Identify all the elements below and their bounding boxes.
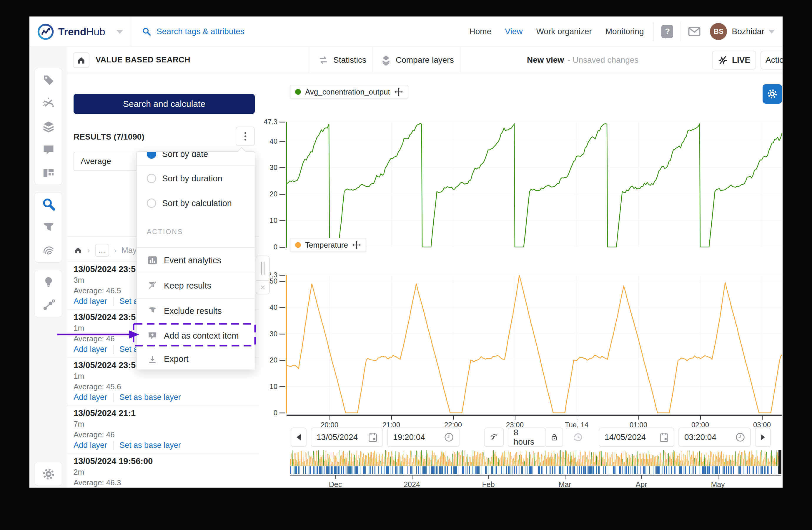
user-chevron-down-icon[interactable]: [768, 30, 775, 33]
link-divider: [113, 441, 114, 450]
value-axis: [286, 275, 287, 414]
result-list-item[interactable]: 13/05/2024 19:56:00 2m Average: 46.3 Add…: [67, 453, 259, 488]
avatar[interactable]: BS: [710, 23, 727, 40]
menu-item-label: Sort by date: [162, 152, 208, 159]
start-time-field[interactable]: 19:20:04: [387, 428, 460, 447]
lock-icon: [551, 433, 557, 442]
minimap-result-bars[interactable]: [290, 466, 781, 474]
menu-item-add-as-context-item[interactable]: Add as context item: [137, 323, 255, 348]
minimap-current-window[interactable]: [779, 450, 781, 474]
nav-work-organizer[interactable]: Work organizer: [536, 27, 592, 36]
breadcrumb-ellipsis-button[interactable]: ...: [95, 244, 109, 257]
panel-collapse-button[interactable]: ×: [256, 281, 270, 294]
node-link-icon: [42, 298, 55, 312]
move-handle-icon[interactable]: [394, 87, 403, 96]
trend-charts-area: Avg_conentration_output Temperature: [259, 73, 783, 488]
lock-duration-button[interactable]: [546, 428, 563, 447]
panel-resize-handle[interactable]: [256, 255, 270, 281]
reset-time-button[interactable]: [568, 428, 588, 447]
view-header: VALUE BASED SEARCH Statistics Compare la…: [67, 47, 783, 73]
radio-icon: [147, 198, 156, 208]
end-time-field[interactable]: 03:20:04: [679, 428, 751, 447]
chart-settings-button[interactable]: [763, 84, 782, 104]
minimap-month-tick: [565, 475, 565, 479]
menu-item-exclude-results[interactable]: Exclude results: [137, 298, 255, 323]
chart-plot-1[interactable]: [287, 275, 782, 413]
menu-item-sort-by-duration[interactable]: Sort by duration: [137, 166, 255, 191]
set-base-layer-link[interactable]: Set as base layer: [119, 393, 181, 402]
start-date-value: 13/05/2024: [317, 433, 358, 442]
add-layer-link[interactable]: Add layer: [74, 441, 107, 450]
trend-step-button[interactable]: [484, 428, 504, 447]
menu-item-export[interactable]: Export: [137, 349, 255, 369]
legend-avg-concentration[interactable]: Avg_conentration_output: [290, 85, 408, 99]
menu-item-keep-results[interactable]: Keep results: [137, 273, 255, 298]
sidebar-item-filter[interactable]: [35, 216, 62, 239]
menu-item-sort-by-calculation[interactable]: Sort by calculation: [137, 191, 255, 215]
sidebar-item-recommendations[interactable]: [35, 270, 62, 294]
search-and-calculate-button[interactable]: Search and calculate: [74, 94, 255, 114]
y-axis-tick: [279, 334, 285, 334]
pan-left-button[interactable]: [291, 428, 307, 447]
help-button[interactable]: ?: [657, 16, 678, 46]
sidebar-group-search: [34, 192, 62, 263]
minimap-month-tick: [488, 475, 489, 479]
mail-icon: [688, 27, 700, 37]
funnel-icon: [147, 306, 157, 316]
add-layer-link[interactable]: Add layer: [74, 345, 107, 354]
result-list-item[interactable]: 13/05/2024 21:1 7m Average: 46 Add layer…: [67, 405, 259, 453]
sidebar-item-dashboard[interactable]: [35, 161, 62, 185]
tab-compare-layers[interactable]: Compare layers: [381, 47, 454, 73]
add-layer-link[interactable]: Add layer: [74, 297, 107, 306]
sidebar-item-calculations[interactable]: [35, 92, 62, 115]
minimap-month-label: 2024: [394, 480, 430, 488]
top-bar: TrendHub Search tags & attributes Home V…: [29, 16, 783, 47]
sidebar-item-search[interactable]: [35, 193, 62, 216]
calendar-icon: [368, 433, 377, 442]
sidebar-item-layers[interactable]: [35, 115, 62, 138]
user-name[interactable]: Bozhidar: [732, 27, 764, 36]
sidebar-item-context-items[interactable]: [35, 294, 62, 317]
sidebar-item-fingerprint[interactable]: [35, 239, 62, 262]
nav-view[interactable]: View: [505, 27, 522, 36]
funnel-icon: [42, 221, 55, 234]
menu-item-label: Event analytics: [164, 255, 221, 265]
tab-statistics[interactable]: Statistics: [318, 47, 366, 73]
set-base-layer-link[interactable]: Set as base layer: [119, 441, 181, 450]
menu-item-event-analytics[interactable]: Event analytics: [137, 248, 255, 273]
download-icon: [148, 354, 157, 364]
nav-home[interactable]: Home: [469, 27, 492, 36]
result-date: 13/05/2024 21:1: [74, 408, 136, 418]
legend-temperature[interactable]: Temperature: [290, 238, 366, 252]
menu-item-label: Export: [164, 354, 189, 364]
sidebar-item-tags[interactable]: [35, 68, 62, 92]
brand-name[interactable]: TrendHub: [58, 16, 105, 47]
end-date-field[interactable]: 14/05/2024: [599, 428, 674, 447]
history-icon: [572, 432, 584, 443]
live-button[interactable]: LIVE: [712, 51, 756, 69]
sidebar-item-comments[interactable]: [35, 138, 62, 161]
time-axis: [287, 415, 782, 416]
brand-chevron-down-icon[interactable]: [116, 30, 123, 34]
menu-item-label: Sort by duration: [162, 174, 222, 183]
sidebar-item-settings[interactable]: [35, 462, 62, 486]
panel-home-button[interactable]: [73, 52, 89, 68]
chart-plot-0[interactable]: [287, 122, 782, 247]
messages-button[interactable]: [684, 16, 705, 46]
pan-right-button[interactable]: [755, 428, 771, 447]
duration-value: 8 hours: [514, 428, 540, 447]
actions-button[interactable]: Actions: [760, 51, 783, 69]
breadcrumb-home-icon[interactable]: [74, 246, 82, 255]
move-handle-icon[interactable]: [352, 240, 361, 249]
menu-item-sort-by-date[interactable]: Sort by date: [137, 152, 255, 166]
trendhub-logo-icon[interactable]: [38, 24, 54, 40]
minimap-series[interactable]: [290, 450, 781, 466]
add-layer-link[interactable]: Add layer: [74, 393, 107, 402]
time-axis-tick-label: 03:00: [741, 421, 783, 429]
duration-field[interactable]: 8 hours: [508, 428, 546, 447]
nav-monitoring[interactable]: Monitoring: [606, 27, 644, 36]
breadcrumb-current: May: [121, 246, 136, 255]
global-search-input[interactable]: Search tags & attributes: [142, 16, 245, 46]
start-date-field[interactable]: 13/05/2024: [311, 428, 383, 447]
menu-item-label: Sort by calculation: [162, 198, 232, 208]
